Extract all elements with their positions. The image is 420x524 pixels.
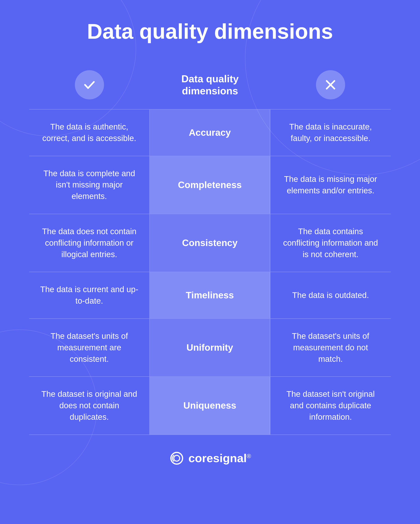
positive-text: The data is current and up-to-date. [39,284,140,307]
dimension-label: Consistency [182,237,237,249]
main-container: Data quality dimensions Data qualitydime… [0,0,420,482]
dimension-cell: Uniqueness [150,377,270,434]
negative-cell: The data is inaccurate, faulty, or inacc… [270,110,391,156]
negative-cell: The data is missing major elements and/o… [270,156,391,214]
registered-symbol: ® [247,453,251,459]
positive-text: The data is authentic, correct, and is a… [39,121,140,144]
positive-cell: The data is current and up-to-date. [29,272,150,318]
dimension-label: Completeness [178,179,242,191]
header-positive-icon-cell [29,62,150,107]
positive-text: The data is complete and isn't missing m… [39,168,140,202]
page-title: Data quality dimensions [87,19,333,43]
negative-text: The dataset isn't original and contains … [280,388,381,423]
negative-text: The data contains conflicting informatio… [280,226,381,260]
brand-logo: coresignal® [169,450,251,466]
positive-cell: The data is authentic, correct, and is a… [29,110,150,156]
check-icon [83,78,96,92]
svg-point-3 [174,455,180,461]
negative-cell: The data is outdated. [270,272,391,318]
dimension-cell: Timeliness [150,272,270,318]
brand-name: coresignal® [189,451,251,465]
negative-text: The data is inaccurate, faulty, or inacc… [280,121,381,144]
negative-cell: The dataset's units of measurement do no… [270,319,391,376]
dimension-label: Accuracy [189,127,231,139]
coresignal-logo-icon [169,450,185,466]
table-header: Data qualitydimensions [29,62,391,107]
table-row: The data is complete and isn't missing m… [29,156,391,214]
dimension-cell: Consistency [150,214,270,272]
header-center-text: Data qualitydimensions [181,73,239,97]
negative-text: The dataset's units of measurement do no… [280,331,381,365]
table-body: The data is authentic, correct, and is a… [29,109,391,435]
table-row: The data does not contain conflicting in… [29,214,391,272]
negative-cell: The data contains conflicting informatio… [270,214,391,272]
positive-cell: The data is complete and isn't missing m… [29,156,150,214]
negative-text: The data is missing major elements and/o… [280,174,381,196]
positive-text: The data does not contain conflicting in… [39,226,140,260]
dimension-label: Uniformity [187,341,233,354]
positive-cell: The dataset is original and does not con… [29,377,150,434]
close-icon [324,78,337,92]
dimension-label: Timeliness [186,289,234,301]
data-quality-table: Data qualitydimensions The data is authe… [29,62,391,435]
dimension-cell: Accuracy [150,110,270,156]
header-negative-icon-cell [270,62,391,107]
negative-cell: The dataset isn't original and contains … [270,377,391,434]
brand-name-text: coresignal [189,452,247,465]
footer: coresignal® [169,450,251,466]
dimension-label: Uniqueness [183,400,236,411]
table-row: The dataset is original and does not con… [29,376,391,435]
check-icon-circle [75,70,104,99]
table-row: The data is authentic, correct, and is a… [29,109,391,156]
dimension-cell: Completeness [150,156,270,214]
x-icon-circle [316,70,345,99]
positive-text: The dataset is original and does not con… [39,388,140,423]
positive-cell: The data does not contain conflicting in… [29,214,150,272]
table-row: The dataset's units of measurement are c… [29,318,391,376]
positive-text: The dataset's units of measurement are c… [39,331,140,365]
negative-text: The data is outdated. [292,290,369,301]
table-row: The data is current and up-to-date. Time… [29,272,391,318]
dimension-cell: Uniformity [150,319,270,376]
positive-cell: The dataset's units of measurement are c… [29,319,150,376]
header-center-cell: Data qualitydimensions [150,65,270,105]
